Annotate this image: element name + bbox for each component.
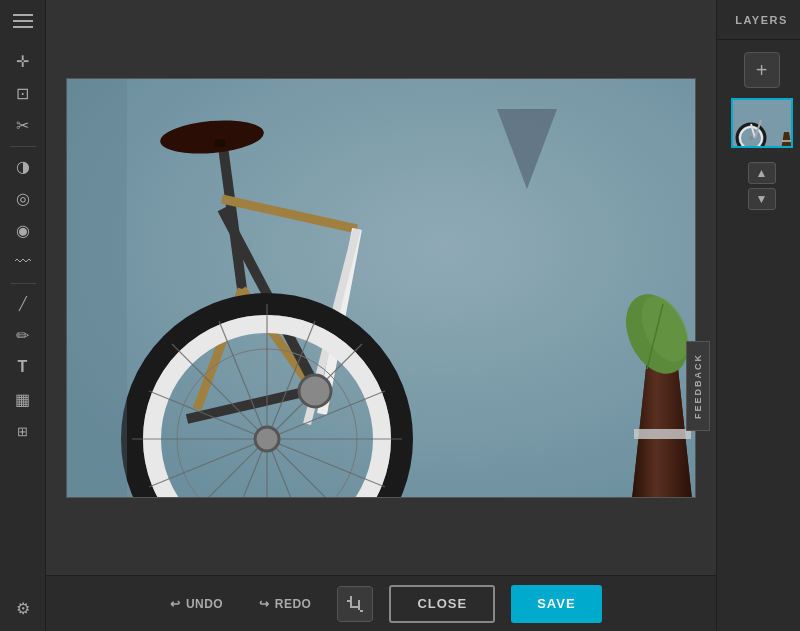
- undo-button[interactable]: ↩ UNDO: [160, 591, 233, 617]
- layer-thumbnail[interactable]: [731, 98, 793, 148]
- svg-rect-43: [358, 600, 360, 610]
- toolbar-divider-1: [10, 146, 36, 147]
- menu-icon[interactable]: [5, 6, 41, 36]
- layer-up-button[interactable]: ▲: [748, 162, 776, 184]
- settings-icon[interactable]: ⚙: [6, 593, 40, 623]
- feedback-label: FEEDBACK: [693, 353, 703, 419]
- redo-button[interactable]: ↪ REDO: [249, 591, 321, 617]
- svg-point-33: [299, 375, 331, 407]
- move-tool[interactable]: ✛: [6, 46, 40, 76]
- undo-label: UNDO: [186, 597, 223, 611]
- svg-rect-32: [215, 139, 225, 147]
- left-toolbar: ✛ ⊡ ✂ ◑ ◎ ◉ 〰 ╱ ✏ T ▦ ⊞ ⚙: [0, 0, 46, 631]
- image-tool[interactable]: ⊞: [6, 416, 40, 446]
- feedback-tab[interactable]: FEEDBACK: [686, 341, 710, 431]
- adjust-tool[interactable]: ◑: [6, 151, 40, 181]
- svg-point-49: [749, 136, 753, 140]
- hatch-tool[interactable]: ▦: [6, 384, 40, 414]
- main-area: ↩ UNDO ↪ REDO CLOSE SAVE: [46, 0, 716, 631]
- save-button[interactable]: SAVE: [511, 585, 601, 623]
- svg-rect-40: [67, 79, 127, 498]
- svg-rect-36: [634, 429, 691, 439]
- svg-rect-53: [782, 140, 791, 142]
- close-button[interactable]: CLOSE: [389, 585, 495, 623]
- toolbar-divider-2: [10, 283, 36, 284]
- up-icon: ▲: [756, 166, 768, 180]
- scissors-tool[interactable]: ✂: [6, 110, 40, 140]
- canvas-image[interactable]: [66, 78, 696, 498]
- crop-toggle-button[interactable]: [337, 586, 373, 622]
- wave-tool[interactable]: 〰: [6, 247, 40, 277]
- down-icon: ▼: [756, 192, 768, 206]
- add-layer-button[interactable]: +: [744, 52, 780, 88]
- canvas-container: [46, 0, 716, 575]
- redo-icon: ↪: [259, 597, 270, 611]
- bottom-toolbar: ↩ UNDO ↪ REDO CLOSE SAVE: [46, 575, 716, 631]
- brush-tool[interactable]: ✏: [6, 320, 40, 350]
- layers-title: LAYERS: [735, 14, 788, 26]
- undo-icon: ↩: [170, 597, 181, 611]
- eyedropper-tool[interactable]: ╱: [6, 288, 40, 318]
- layer-order-controls: ▲ ▼: [748, 162, 776, 210]
- layers-header: LAYERS: [717, 0, 800, 40]
- gradient-tool[interactable]: ◉: [6, 215, 40, 245]
- layer-down-button[interactable]: ▼: [748, 188, 776, 210]
- text-tool[interactable]: T: [6, 352, 40, 382]
- svg-rect-45: [360, 610, 363, 612]
- svg-point-30: [255, 427, 279, 451]
- svg-rect-44: [347, 600, 350, 602]
- redo-label: REDO: [275, 597, 312, 611]
- filter-tool[interactable]: ◎: [6, 183, 40, 213]
- crop-tool[interactable]: ⊡: [6, 78, 40, 108]
- right-panel: LAYERS + ▲ ▼: [716, 0, 800, 631]
